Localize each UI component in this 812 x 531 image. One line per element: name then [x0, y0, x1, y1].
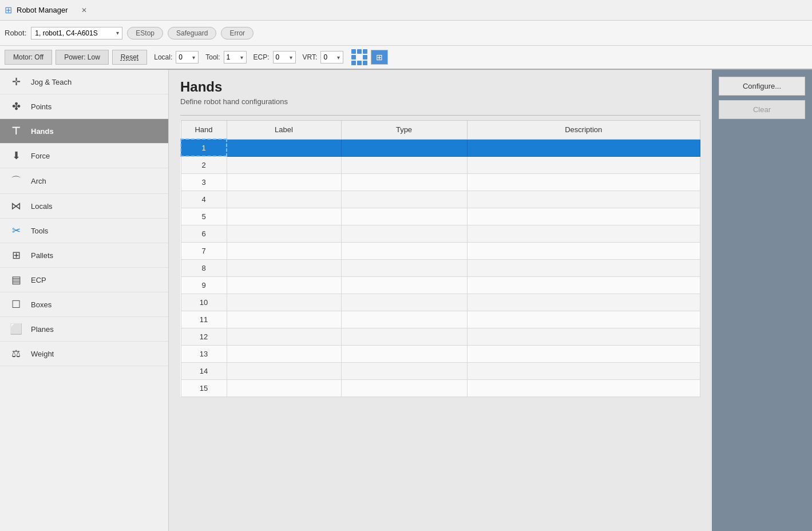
tool-label: Tool:	[205, 53, 220, 61]
sidebar-item-hands[interactable]: ⊤Hands	[0, 119, 168, 144]
locals-icon: ⋈	[9, 200, 23, 212]
grid-dot	[351, 49, 356, 54]
sidebar-label-ecp: ECP	[31, 276, 46, 284]
table-row[interactable]: 10	[181, 294, 700, 311]
hands-table: HandLabelTypeDescription 123456789101112…	[180, 120, 700, 397]
divider	[180, 115, 700, 116]
table-row[interactable]: 15	[181, 379, 700, 397]
configure-button[interactable]: Configure...	[719, 77, 805, 96]
sidebar-item-pallets[interactable]: ⊞Pallets	[0, 243, 168, 268]
cell-description-14	[467, 362, 700, 379]
col-header-description: Description	[467, 121, 700, 140]
grid-dot	[363, 49, 367, 54]
cell-type-7	[341, 242, 467, 259]
ecp-select-wrapper[interactable]: 0	[273, 51, 296, 64]
cell-label-5	[227, 208, 341, 225]
error-badge: Error	[221, 27, 253, 39]
sidebar-item-weight[interactable]: ⚖Weight	[0, 342, 168, 366]
secondary-toolbar: Motor: Off Power: Low Reset Local: 0 Too…	[0, 46, 812, 70]
safeguard-badge: Safeguard	[168, 27, 216, 39]
cell-description-9	[467, 276, 700, 294]
sidebar-item-arch[interactable]: ⌒Arch	[0, 168, 168, 194]
sidebar-item-jog-teach[interactable]: ✛Jog & Teach	[0, 70, 168, 94]
sidebar-item-locals[interactable]: ⋈Locals	[0, 194, 168, 219]
ecp-select[interactable]: 0	[273, 51, 296, 64]
tools-icon: ✂	[9, 224, 23, 237]
cell-description-1	[467, 139, 700, 156]
cell-label-6	[227, 225, 341, 242]
local-label: Local:	[154, 53, 172, 61]
power-button[interactable]: Power: Low	[56, 50, 109, 65]
robot-label: Robot:	[5, 29, 26, 37]
cell-label-15	[227, 379, 341, 397]
table-row[interactable]: 8	[181, 259, 700, 276]
table-wrapper: HandLabelTypeDescription 123456789101112…	[169, 120, 712, 531]
pallets-icon: ⊞	[9, 249, 23, 261]
sidebar-label-jog-teach: Jog & Teach	[31, 78, 72, 86]
top-toolbar: Robot: 1, robot1, C4-A601S EStop Safegua…	[0, 21, 812, 46]
local-select[interactable]: 0	[176, 51, 199, 64]
col-header-hand: Hand	[181, 121, 227, 140]
table-row[interactable]: 11	[181, 311, 700, 328]
cell-hand-2: 2	[181, 156, 227, 173]
tool-select-wrapper[interactable]: 1	[224, 51, 247, 64]
vrt-select-wrapper[interactable]: 0	[320, 51, 343, 64]
table-row[interactable]: 13	[181, 345, 700, 362]
grid-icon[interactable]	[351, 49, 367, 65]
cell-hand-14: 14	[181, 362, 227, 379]
cell-description-8	[467, 259, 700, 276]
cell-type-12	[341, 328, 467, 345]
sidebar-item-tools[interactable]: ✂Tools	[0, 219, 168, 243]
cell-description-13	[467, 345, 700, 362]
cell-description-7	[467, 242, 700, 259]
table-row[interactable]: 4	[181, 191, 700, 208]
app-title: Robot Manager	[17, 6, 68, 14]
app-icon: ⊞	[5, 5, 12, 15]
table-row[interactable]: 6	[181, 225, 700, 242]
table-row[interactable]: 9	[181, 276, 700, 294]
table-row[interactable]: 2	[181, 156, 700, 173]
close-button[interactable]: ✕	[77, 5, 91, 16]
cell-label-9	[227, 276, 341, 294]
table-row[interactable]: 7	[181, 242, 700, 259]
local-select-wrapper[interactable]: 0	[176, 51, 199, 64]
cell-description-5	[467, 208, 700, 225]
motor-button[interactable]: Motor: Off	[5, 50, 52, 65]
points-icon: ✤	[9, 100, 23, 113]
cell-label-3	[227, 173, 341, 191]
vrt-select[interactable]: 0	[320, 51, 343, 64]
table-row[interactable]: 14	[181, 362, 700, 379]
cell-description-15	[467, 379, 700, 397]
sidebar-item-ecp[interactable]: ▤ECP	[0, 268, 168, 292]
table-row[interactable]: 5	[181, 208, 700, 225]
sidebar-item-force[interactable]: ⬇Force	[0, 144, 168, 168]
main-layout: ✛Jog & Teach✤Points⊤Hands⬇Force⌒Arch⋈Loc…	[0, 70, 812, 531]
sidebar-item-planes[interactable]: ⬜Planes	[0, 317, 168, 342]
content-area: Hands Define robot hand configurations H…	[169, 70, 712, 531]
table-row[interactable]: 3	[181, 173, 700, 191]
cell-type-3	[341, 173, 467, 191]
clear-button[interactable]: Clear	[719, 100, 805, 119]
jog-teach-icon: ✛	[9, 76, 23, 88]
cell-hand-3: 3	[181, 173, 227, 191]
robot-select[interactable]: 1, robot1, C4-A601S	[31, 27, 122, 39]
terminal-icon[interactable]: ⊞	[371, 50, 388, 65]
title-bar: ⊞ Robot Manager ✕	[0, 0, 812, 21]
robot-select-wrapper[interactable]: 1, robot1, C4-A601S	[31, 27, 122, 39]
sidebar-label-tools: Tools	[31, 227, 48, 235]
cell-type-14	[341, 362, 467, 379]
grid-dot	[351, 61, 356, 65]
sidebar-item-points[interactable]: ✤Points	[0, 94, 168, 119]
tool-select[interactable]: 1	[224, 51, 247, 64]
table-row[interactable]: 1	[181, 139, 700, 156]
sidebar-item-boxes[interactable]: ☐Boxes	[0, 292, 168, 317]
table-row[interactable]: 12	[181, 328, 700, 345]
grid-dot	[357, 61, 362, 65]
cell-hand-11: 11	[181, 311, 227, 328]
cell-hand-4: 4	[181, 191, 227, 208]
sidebar-label-locals: Locals	[31, 202, 53, 211]
reset-button[interactable]: Reset	[112, 50, 147, 65]
cell-description-3	[467, 173, 700, 191]
cell-type-11	[341, 311, 467, 328]
cell-hand-13: 13	[181, 345, 227, 362]
